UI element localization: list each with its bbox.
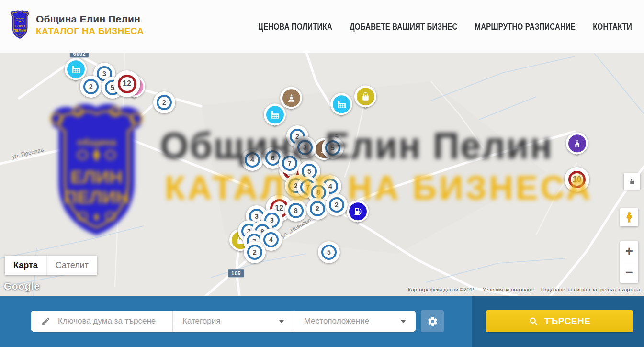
cluster-count: 2 [83,79,99,94]
map-cluster-marker[interactable]: 2 [80,76,102,98]
zoom-in-button[interactable]: + [620,241,638,262]
zoom-control: + − [620,241,638,283]
lock-button[interactable] [624,173,640,190]
keyword-field-wrap [31,311,172,332]
cluster-count: 7 [282,156,297,171]
search-submit-button[interactable]: ТЪРСЕНЕ [486,310,633,332]
pegman-button[interactable] [620,208,638,226]
map-cluster-marker[interactable]: 2 [153,91,175,113]
location-select-value: Местоположение [304,316,369,326]
fuel-icon [349,202,367,220]
road-label-chip: 105 [228,269,244,278]
factory-icon [333,95,350,113]
worker-icon [282,89,300,107]
search-bar: Категория Местоположение ТЪРСЕНЕ [0,296,644,347]
cluster-count: 2 [310,201,325,216]
attribution-link[interactable]: Подаване на сигнал за грешка в картата [541,287,640,292]
brand-text: Община Елин Пелин КАТАЛОГ НА БИЗНЕСА [36,13,144,36]
search-submit-label: ТЪРСЕНЕ [544,316,591,326]
site-logo[interactable]: община ЕЛИН ПЕЛИН Община Елин Пелин КАТА… [9,10,144,40]
pin-circle [330,93,352,115]
map-cluster-marker[interactable]: 2 [326,194,348,216]
pin-circle [280,87,302,109]
attribution-link[interactable]: Условия за ползване [483,287,534,292]
cluster-count: 5 [325,140,340,156]
main-nav: ЦЕНОВА ПОЛИТИКАДОБАВЕТЕ ВАШИЯТ БИЗНЕСМАР… [258,0,632,53]
svg-text:ЕЛИН: ЕЛИН [15,24,25,28]
map-cluster-marker[interactable]: 7 [279,152,301,174]
map-type-control: Карта Сателит [5,256,97,275]
brand-title: Община Елин Пелин [36,13,144,25]
category-select-value: Категория [182,316,220,326]
svg-text:община: община [16,17,24,20]
map-pin-church[interactable] [566,132,588,160]
pin-circle [347,200,369,222]
map-pin-factory[interactable] [330,93,352,121]
factory-icon [67,60,85,78]
map-cluster-marker[interactable]: 2 [244,241,266,263]
cluster-count: 2 [157,95,172,110]
nav-item[interactable]: МАРШРУТНО РАЗПИСАНИЕ [475,22,576,31]
map-cluster-marker[interactable]: 5 [318,241,340,263]
nav-item[interactable]: ДОБАВЕТЕ ВАШИЯТ БИЗНЕС [350,22,457,31]
attribution-text: Картографски данни ©2019 [408,287,475,292]
map-cluster-marker[interactable]: 12 [113,70,140,97]
lock-icon [628,178,636,186]
nav-item[interactable]: ЦЕНОВА ПОЛИТИКА [258,22,332,31]
category-select[interactable]: Категория [172,311,294,332]
pin-circle [65,58,87,80]
pegman-icon [623,211,635,224]
church-icon [568,134,586,152]
municipality-emblem-icon: община ЕЛИН ПЕЛИН [9,10,31,40]
map-cluster-marker[interactable]: 2 [306,198,328,220]
page: община ЕЛИН ПЕЛИН Община Елин Пелин КАТА… [0,0,644,347]
map-cluster-marker[interactable]: 5 [322,137,344,159]
gear-icon [427,316,438,327]
cluster-count: 5 [321,245,337,260]
nav-item[interactable]: КОНТАКТИ [593,22,632,31]
map-type-map-button[interactable]: Карта [5,256,46,275]
cluster-count: 10 [568,171,586,188]
cluster-count: 4 [263,232,279,247]
brand-subtitle: КАТАЛОГ НА БИЗНЕСА [36,26,144,36]
location-select[interactable]: Местоположение [294,311,416,332]
shopping-bag-icon [357,88,374,105]
svg-text:ПЕЛИН: ПЕЛИН [13,28,27,33]
map-attribution: Картографски данни ©2019Условия за ползв… [408,287,640,292]
road-label-chip: 6002 [70,53,89,58]
pin-circle [566,132,588,154]
zoom-out-button[interactable]: − [620,262,638,283]
cluster-count: 3 [297,140,313,155]
search-icon [529,316,538,326]
cluster-count: 12 [118,75,136,93]
cluster-count: 4 [245,152,260,168]
chevron-down-icon [400,320,406,323]
chevron-down-icon [279,320,284,323]
map-type-satellite-button[interactable]: Сателит [46,256,97,275]
cluster-count: 2 [247,245,262,260]
google-logo[interactable]: Google [4,280,40,292]
map-cluster-marker[interactable]: 10 [565,167,589,192]
cluster-count: 8 [288,203,304,218]
map-pin-shopping-bag[interactable] [354,85,376,113]
cluster-count: 2 [329,197,344,213]
map-pin-worker[interactable] [280,87,302,114]
map-pin-fuel[interactable] [347,200,369,228]
pin-circle [354,85,376,107]
keyword-search-input[interactable] [57,316,169,326]
advanced-settings-button[interactable] [421,310,444,332]
search-fields-group: Категория Местоположение [31,311,416,332]
pencil-icon [41,316,51,326]
site-header: община ЕЛИН ПЕЛИН Община Елин Пелин КАТА… [0,0,644,53]
map-cluster-marker[interactable]: 4 [241,149,263,171]
map-canvas[interactable]: 6002105 ул. Преславбул. „Новоселци 32512… [0,53,644,296]
map-cluster-marker[interactable]: 8 [285,200,307,222]
